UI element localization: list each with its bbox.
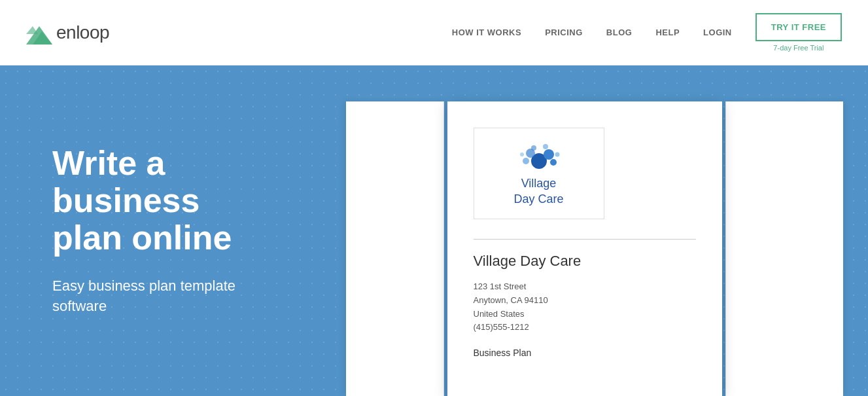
svg-point-9	[543, 144, 548, 149]
doc-divider	[474, 239, 696, 240]
svg-point-8	[531, 145, 536, 151]
svg-marker-2	[26, 26, 38, 34]
doc-logo-box: Village Day Care	[474, 128, 604, 219]
doc-logo-company-name: Village Day Care	[513, 176, 563, 207]
svg-point-4	[544, 149, 554, 160]
hero-text: Write a business plan online Easy busine…	[0, 65, 301, 396]
navigation: HOW IT WORKS PRICING BLOG HELP LOGIN TRY…	[452, 13, 842, 52]
doc-page-right	[725, 101, 843, 396]
doc-page-left	[346, 101, 444, 396]
trial-label: 7-day Free Trial	[773, 44, 824, 52]
nav-blog[interactable]: BLOG	[606, 27, 633, 37]
logo[interactable]: enloop	[26, 21, 109, 45]
doc-address: 123 1st Street Anytown, CA 94110 United …	[474, 280, 696, 334]
doc-page-main: Village Day Care Village Day Care 123 1s…	[447, 101, 722, 396]
hero-headline: Write a business plan online	[52, 145, 268, 257]
nav-login[interactable]: LOGIN	[703, 27, 732, 37]
doc-address-line3: United States	[474, 309, 525, 319]
hero-document-preview: Village Day Care Village Day Care 123 1s…	[301, 65, 868, 396]
doc-logo-circles	[513, 140, 565, 176]
hero-section: Write a business plan online Easy busine…	[0, 65, 868, 396]
nav-help[interactable]: HELP	[655, 27, 680, 37]
doc-address-line2: Anytown, CA 94110	[474, 295, 548, 305]
svg-point-7	[523, 158, 529, 164]
logo-text: enloop	[56, 22, 109, 43]
doc-address-line4: (415)555-1212	[474, 322, 529, 332]
doc-company-name: Village Day Care	[474, 253, 696, 270]
nav-pricing[interactable]: PRICING	[545, 27, 583, 37]
try-free-wrapper: TRY IT FREE 7-day Free Trial	[755, 13, 842, 52]
logo-icon	[26, 21, 52, 45]
try-free-button[interactable]: TRY IT FREE	[755, 13, 842, 41]
svg-point-5	[550, 159, 557, 166]
doc-address-line1: 123 1st Street	[474, 281, 527, 291]
svg-point-11	[520, 153, 524, 156]
header: enloop HOW IT WORKS PRICING BLOG HELP LO…	[0, 0, 868, 65]
document-container: Village Day Care Village Day Care 123 1s…	[447, 92, 722, 396]
hero-subheadline: Easy business plan template software	[52, 276, 268, 317]
nav-how-it-works[interactable]: HOW IT WORKS	[452, 27, 521, 37]
doc-plan-label: Business Plan	[474, 348, 696, 358]
svg-point-10	[555, 153, 559, 157]
